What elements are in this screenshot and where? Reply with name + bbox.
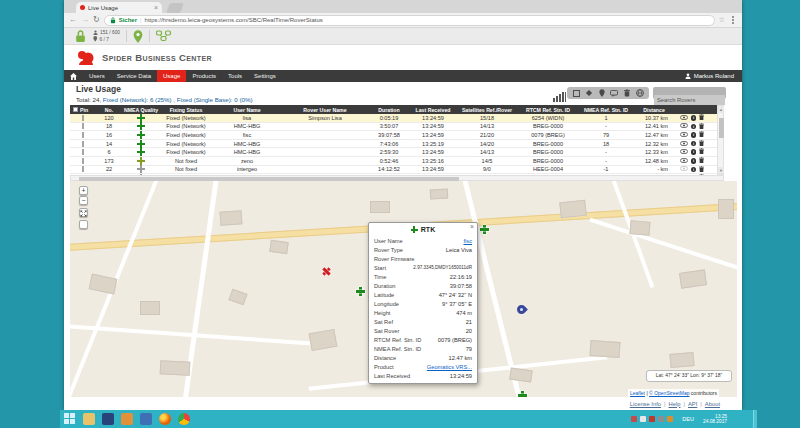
delete-icon[interactable] (699, 131, 704, 139)
tray-icon[interactable] (658, 416, 664, 422)
map-canvas[interactable]: + − RTK × User NamefiscRover TypeLeica V… (70, 181, 737, 397)
info-icon[interactable]: i (691, 132, 697, 138)
taskbar-clock[interactable]: 13:25 24.08.2017 (703, 414, 727, 425)
delete-icon[interactable] (699, 123, 704, 131)
column-header[interactable]: Distance (634, 107, 674, 113)
view-on-map-eye-icon[interactable] (680, 132, 688, 138)
delete-icon[interactable] (699, 148, 704, 156)
lock-status-icon[interactable] (74, 30, 87, 43)
view-on-map-eye-icon[interactable] (680, 115, 688, 121)
clear-trash-icon[interactable] (622, 88, 632, 98)
show-desktop-button[interactable] (753, 410, 757, 428)
app-icon[interactable] (140, 413, 152, 425)
popup-link[interactable]: fisc (463, 238, 472, 244)
tray-icon[interactable] (631, 416, 637, 422)
rover-marker-red[interactable] (320, 265, 333, 278)
table-row[interactable]: 120Fixed (Network)lisaSimpson Lisa0:05:1… (70, 114, 717, 123)
column-header[interactable]: NMEA Quality (122, 107, 160, 113)
view-on-map-eye-icon[interactable] (680, 149, 688, 155)
marker-diamond-icon[interactable] (584, 88, 594, 98)
map-rectangle-tool-button[interactable] (79, 220, 88, 229)
bookmark-star-icon[interactable]: ☆ (719, 16, 725, 24)
table-vertical-scrollbar[interactable]: ▲ ▼ (717, 105, 724, 175)
map-zoom-out-button[interactable]: − (79, 196, 88, 205)
table-row[interactable]: 18Fixed (Network)HMC-HBG3:50:0713:24:591… (70, 123, 717, 132)
column-header[interactable]: RTCM Ref. Stn. ID (518, 107, 578, 113)
delete-icon[interactable] (699, 157, 704, 165)
url-field[interactable]: Sicher | https://hrsdemo.leica-geosystem… (104, 15, 715, 26)
row-checkbox[interactable] (82, 115, 84, 121)
column-header[interactable]: Duration (368, 107, 410, 113)
browser-tab[interactable]: Live Usage × (76, 2, 162, 13)
column-header[interactable]: User Name (212, 107, 282, 113)
browser-back-icon[interactable]: ← (69, 15, 77, 25)
popup-link[interactable]: Geomatics VRS... (427, 364, 472, 370)
osm-link[interactable]: © OpenStreetMap (649, 390, 689, 396)
rover-marker-green[interactable] (480, 225, 489, 234)
view-on-map-eye-icon[interactable] (680, 158, 688, 164)
browser-menu-icon[interactable] (732, 19, 734, 21)
search-input[interactable] (654, 95, 725, 105)
tray-icon[interactable] (640, 416, 646, 422)
column-header[interactable]: No. (96, 107, 122, 113)
view-on-map-eye-icon[interactable] (680, 141, 688, 147)
column-header[interactable]: NMEA Ref. Stn. ID (578, 107, 634, 113)
info-icon[interactable]: i (691, 115, 697, 121)
row-checkbox[interactable] (82, 166, 84, 172)
nav-item-tools[interactable]: Tools (222, 70, 248, 82)
nav-item-service-data[interactable]: Service Data (111, 70, 157, 82)
tray-icon[interactable] (667, 416, 673, 422)
leaflet-link[interactable]: Leaflet (630, 390, 645, 396)
globe-icon[interactable] (635, 88, 645, 98)
popup-close-icon[interactable]: × (470, 223, 474, 230)
network-links-status-icon[interactable] (156, 30, 172, 42)
map-zoom-in-button[interactable]: + (79, 186, 88, 195)
info-icon[interactable]: i (691, 141, 697, 147)
browser-reload-icon[interactable]: ↻ (93, 15, 100, 25)
map-fit-extents-button[interactable] (79, 208, 88, 217)
footer-link-about[interactable]: About (705, 401, 720, 407)
table-row[interactable]: 173Not fixedzeno0:52:4613:25:1614/5BREG-… (70, 157, 717, 166)
firefox-icon[interactable] (159, 413, 171, 425)
column-header[interactable]: Satellites Ref./Rover (456, 107, 518, 113)
map-pin-status-icon[interactable] (133, 30, 143, 43)
row-checkbox[interactable] (82, 123, 84, 129)
delete-icon[interactable] (699, 140, 704, 148)
signal-columns-icon[interactable] (553, 88, 566, 106)
delete-icon[interactable] (699, 166, 704, 174)
rover-marker-green[interactable] (356, 287, 365, 296)
column-header[interactable]: Rover User Name (282, 107, 368, 113)
row-checkbox[interactable] (82, 149, 84, 155)
tray-icon[interactable] (649, 416, 655, 422)
delete-icon[interactable] (699, 114, 704, 122)
account-menu[interactable]: Markus Roland (685, 70, 742, 82)
column-header[interactable]: Fixing Status (160, 107, 212, 113)
file-explorer-icon[interactable] (83, 413, 95, 425)
table-row[interactable]: 22Not fixedintergeo14:12:5213:24:599/0HE… (70, 166, 717, 175)
labels-bubble-icon[interactable] (609, 88, 619, 98)
row-checkbox[interactable] (82, 141, 84, 147)
tab-close-icon[interactable]: × (154, 5, 158, 11)
browser-forward-icon[interactable]: → (81, 15, 89, 25)
layout-icon[interactable] (571, 88, 581, 98)
row-checkbox[interactable] (82, 132, 84, 138)
info-icon[interactable]: i (691, 124, 697, 130)
table-row[interactable]: 14Fixed (Network)HMC-HBG7:43:0613:25:191… (70, 140, 717, 149)
app-icon[interactable] (102, 413, 114, 425)
row-checkbox[interactable] (82, 158, 84, 164)
new-tab-button[interactable] (166, 3, 184, 13)
keyboard-language[interactable]: DEU (682, 416, 694, 422)
nav-item-users[interactable]: Users (83, 70, 111, 82)
chrome-icon[interactable] (178, 413, 190, 425)
info-icon[interactable]: i (691, 158, 697, 164)
column-header[interactable]: Pin (70, 107, 96, 113)
table-row[interactable]: 6Fixed (Network)HMC-HBG2:59:3013:24:5914… (70, 148, 717, 157)
footer-link-help[interactable]: Help (669, 401, 681, 407)
home-icon[interactable] (64, 70, 83, 82)
reference-station-pin[interactable] (517, 305, 526, 314)
nav-item-products[interactable]: Products (186, 70, 222, 82)
pin-tool-icon[interactable] (597, 88, 607, 98)
nav-item-settings[interactable]: Settings (248, 70, 282, 82)
app-icon[interactable] (121, 413, 133, 425)
select-all-checkbox[interactable] (73, 107, 78, 112)
